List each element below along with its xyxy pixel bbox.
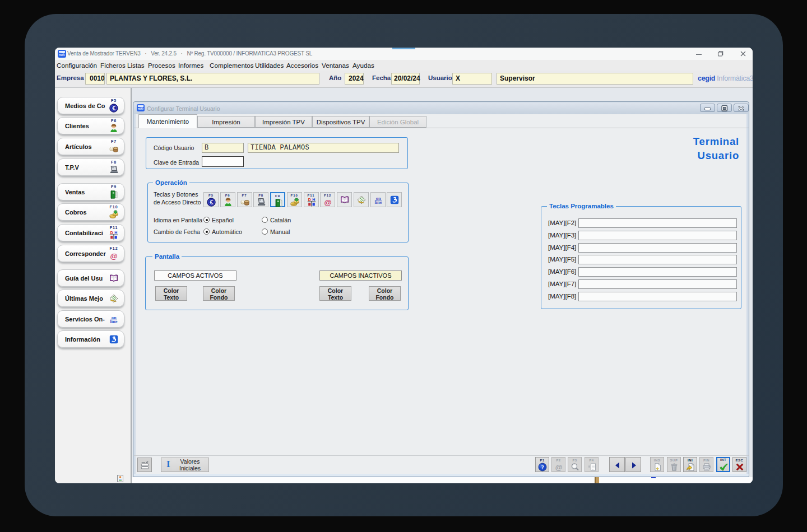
svg-text:TERV: TERV [59, 54, 65, 57]
svg-text:TERV: TERV [138, 108, 143, 110]
